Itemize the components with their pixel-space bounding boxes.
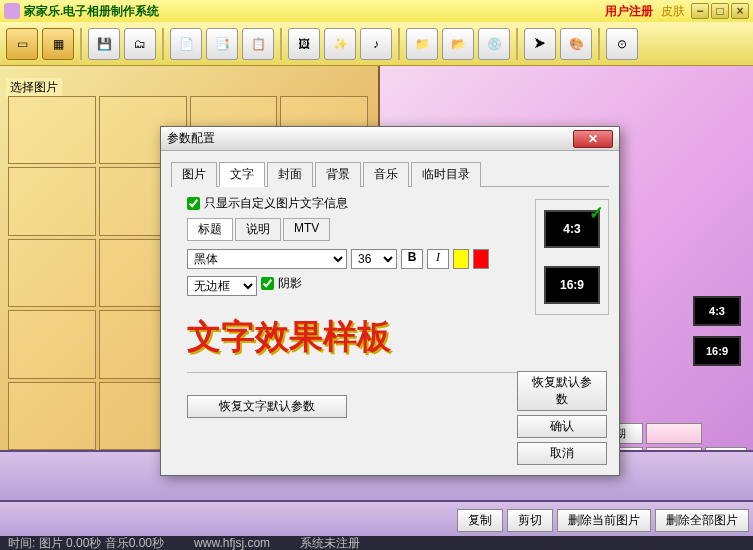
shadow-input[interactable] [261, 277, 274, 290]
tool-palette-icon[interactable]: 🎨 [560, 28, 592, 60]
font-select[interactable]: 黑体 [187, 249, 347, 269]
status-unreg: 系统未注册 [300, 535, 360, 551]
tool-doc2-icon[interactable]: 📑 [206, 28, 238, 60]
tool-doc1-icon[interactable]: 📄 [170, 28, 202, 60]
subtab-desc[interactable]: 说明 [235, 218, 281, 241]
color2-swatch[interactable] [473, 249, 489, 269]
dialog-title: 参数配置 [167, 130, 573, 147]
text-preview: 文字效果样板 [187, 314, 609, 360]
toolbar: ▭ ▦ 💾 🗂 📄 📑 📋 🖼 ✨ ♪ 📁 📂 💿 ⮞ 🎨 ⊙ [0, 22, 753, 66]
tab-cover[interactable]: 封面 [267, 162, 313, 187]
thumb-cell[interactable] [8, 167, 96, 235]
tab-text[interactable]: 文字 [219, 162, 265, 187]
restore-defaults-button[interactable]: 恢复默认参数 [517, 371, 607, 411]
bold-button[interactable]: B [401, 249, 423, 269]
ratio-43-icon[interactable]: 4:3 [693, 296, 741, 326]
ratio-169-icon[interactable]: 16:9 [693, 336, 741, 366]
skin-link[interactable]: 皮肤 [661, 3, 685, 20]
only-custom-input[interactable] [187, 197, 200, 210]
close-button[interactable]: × [731, 3, 749, 19]
tool-music-icon[interactable]: ♪ [360, 28, 392, 60]
aspect-169-option[interactable]: 16:9 [544, 266, 600, 304]
thumb-cell[interactable] [8, 310, 96, 378]
size-select[interactable]: 36 [351, 249, 397, 269]
register-link[interactable]: 用户注册 [605, 3, 653, 20]
tool-image-icon[interactable]: 🖼 [288, 28, 320, 60]
restore-text-defaults-button[interactable]: 恢复文字默认参数 [187, 395, 347, 418]
subtab-mtv[interactable]: MTV [283, 218, 330, 241]
tool-disc-icon[interactable]: 💿 [478, 28, 510, 60]
tool-folder1-icon[interactable]: 📁 [406, 28, 438, 60]
aspect-43-option[interactable]: 4:3 [544, 210, 600, 248]
maximize-button[interactable]: □ [711, 3, 729, 19]
copy-button[interactable]: 复制 [457, 509, 503, 532]
select-pic-label: 选择图片 [6, 78, 62, 97]
aspect-group: 4:3 16:9 [535, 199, 609, 315]
tab-background[interactable]: 背景 [315, 162, 361, 187]
border-select[interactable]: 无边框 [187, 276, 257, 296]
tab-image[interactable]: 图片 [171, 162, 217, 187]
dialog-tabs: 图片 文字 封面 背景 音乐 临时目录 [171, 161, 609, 187]
tab-tempdir[interactable]: 临时目录 [411, 162, 481, 187]
params-dialog: 参数配置 ✕ 图片 文字 封面 背景 音乐 临时目录 只显示自定义图片文字信息 … [160, 126, 620, 476]
tool-saveall-icon[interactable]: 🗂 [124, 28, 156, 60]
minimize-button[interactable]: − [691, 3, 709, 19]
dialog-titlebar[interactable]: 参数配置 ✕ [161, 127, 619, 151]
delete-all-button[interactable]: 删除全部图片 [655, 509, 749, 532]
tool-folder2-icon[interactable]: 📂 [442, 28, 474, 60]
status-site: www.hfjsj.com [194, 536, 270, 550]
dialog-close-button[interactable]: ✕ [573, 130, 613, 148]
cut-button[interactable]: 剪切 [507, 509, 553, 532]
tool-view1-icon[interactable]: ▭ [6, 28, 38, 60]
thumb-cell[interactable] [8, 96, 96, 164]
italic-button[interactable]: I [427, 249, 449, 269]
ok-button[interactable]: 确认 [517, 415, 607, 438]
delete-current-button[interactable]: 删除当前图片 [557, 509, 651, 532]
status-bar: 时间: 图片 0.00秒 音乐0.00秒 www.hfjsj.com 系统未注册 [0, 536, 753, 550]
tool-view2-icon[interactable]: ▦ [42, 28, 74, 60]
cancel-button[interactable]: 取消 [517, 442, 607, 465]
thumb-cell[interactable] [8, 382, 96, 450]
tool-doc3-icon[interactable]: 📋 [242, 28, 274, 60]
tool-save-icon[interactable]: 💾 [88, 28, 120, 60]
status-time: 时间: 图片 0.00秒 音乐0.00秒 [8, 535, 164, 551]
date-value[interactable] [646, 423, 702, 444]
tool-export-icon[interactable]: ⮞ [524, 28, 556, 60]
tool-cd-icon[interactable]: ⊙ [606, 28, 638, 60]
tool-effect-icon[interactable]: ✨ [324, 28, 356, 60]
shadow-checkbox[interactable]: 阴影 [261, 275, 302, 292]
thumb-cell[interactable] [8, 239, 96, 307]
tab-music[interactable]: 音乐 [363, 162, 409, 187]
subtab-title[interactable]: 标题 [187, 218, 233, 241]
titlebar: 家家乐.电子相册制作系统 用户注册 皮肤 − □ × [0, 0, 753, 22]
app-title: 家家乐.电子相册制作系统 [24, 3, 605, 20]
app-logo-icon [4, 3, 20, 19]
color1-swatch[interactable] [453, 249, 469, 269]
